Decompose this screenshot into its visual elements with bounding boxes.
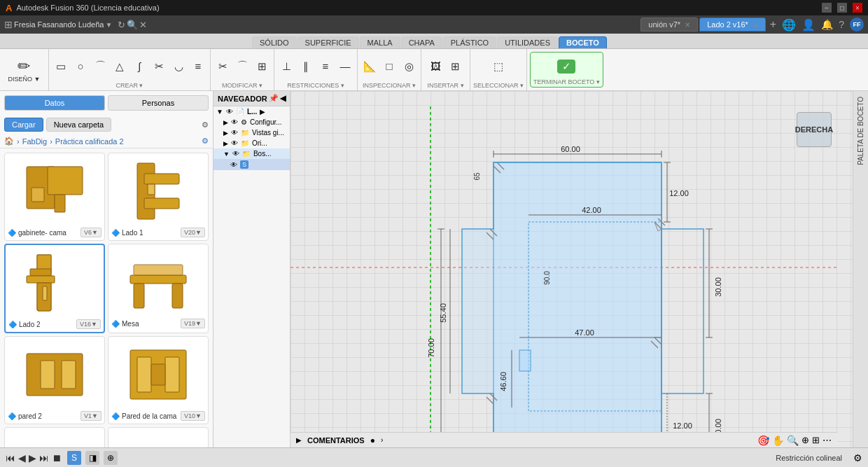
zoom-icon[interactable]: 🔍 <box>787 435 799 446</box>
crear-poly-btn[interactable]: △ <box>111 60 129 74</box>
thumb-version-lado1[interactable]: V20▼ <box>181 228 205 237</box>
thumb-version-pared2[interactable]: V1▼ <box>80 411 102 421</box>
view-cube[interactable]: DERECHA <box>797 112 832 147</box>
close-button[interactable]: × <box>853 3 862 13</box>
nav-configur[interactable]: ▶ 👁 ⚙ Configur... <box>214 117 290 127</box>
ins-image-btn[interactable]: 🖼 <box>427 60 445 73</box>
timeline-icon2[interactable]: ⊕ <box>104 451 118 465</box>
maximize-button[interactable]: □ <box>837 3 847 13</box>
help-icon[interactable]: ? <box>839 19 844 30</box>
tab-plastico[interactable]: PLÁSTICO <box>443 36 496 48</box>
notification-icon[interactable]: 🔔 <box>821 19 833 30</box>
play-start-btn[interactable]: ⏮ <box>6 452 15 463</box>
tab-boceto[interactable]: BOCETO <box>559 36 607 48</box>
crear-rect-btn[interactable]: ▭ <box>52 60 70 74</box>
nav-bos[interactable]: ▼ 👁 📁 Bos... <box>214 148 290 159</box>
play-play-btn[interactable]: ▶ <box>29 452 36 463</box>
play-prev-btn[interactable]: ◀ <box>18 452 26 463</box>
canvas-tab-lado2[interactable]: Lado 2 v16* ✕ <box>699 18 766 32</box>
thumb-pared2[interactable]: 🔷 pared 2 V1▼ <box>4 336 105 424</box>
ins-table-btn[interactable]: ⊞ <box>447 60 465 74</box>
globe-icon[interactable]: 🌐 <box>782 18 796 32</box>
navigator-collapse-icon[interactable]: ◀ <box>280 94 286 103</box>
tab-datos[interactable]: Datos <box>4 95 105 111</box>
comments-add-icon[interactable]: ● <box>370 435 375 445</box>
nav-root[interactable]: ▼ 👁 📄 L... ▶ <box>214 106 290 117</box>
nav-expand-ori[interactable]: ▶ <box>223 140 228 147</box>
mod-offset-btn[interactable]: ⊞ <box>253 60 271 74</box>
tab-malla[interactable]: MALLA <box>360 36 400 48</box>
nav-eye-bos[interactable]: 👁 <box>232 150 239 158</box>
breadcrumb-practica[interactable]: Práctica calificada 2 <box>55 137 124 146</box>
nav-expand-bos[interactable]: ▼ <box>223 151 230 158</box>
cargar-button[interactable]: Cargar <box>4 118 43 132</box>
mod-fillet-btn[interactable]: ⌒ <box>233 59 251 74</box>
user-avatar-icon[interactable]: 👤 <box>802 18 816 32</box>
crear-scissors-btn[interactable]: ✂ <box>150 60 168 74</box>
breadcrumb-fabdig[interactable]: FabDig <box>22 137 47 146</box>
timeline-icon1[interactable]: ◨ <box>85 451 99 465</box>
nav-vistas[interactable]: ▶ 👁 📁 Vistas gi... <box>214 127 290 138</box>
breadcrumb-settings[interactable]: ⚙ <box>202 137 209 146</box>
nav-eye-ori[interactable]: 👁 <box>231 139 238 147</box>
rest-equal-btn[interactable]: ≡ <box>316 60 335 73</box>
close-doc-icon[interactable]: ✕ <box>139 20 147 30</box>
mod-trim-btn[interactable]: ✂ <box>214 60 232 74</box>
canvas-tab-close-lado2[interactable]: ✕ <box>752 21 758 29</box>
breadcrumb-home[interactable]: 🏠 <box>4 137 14 146</box>
rest-par-btn[interactable]: ∥ <box>297 60 315 74</box>
view-grid-icon[interactable]: ⊞ <box>812 435 820 445</box>
minimize-button[interactable]: − <box>822 3 832 13</box>
play-next-btn[interactable]: ⏭ <box>39 452 49 463</box>
crear-circle-btn[interactable]: ○ <box>71 60 90 73</box>
orbit-icon[interactable]: 🎯 <box>757 435 769 446</box>
nav-root-play-icon[interactable]: ▶ <box>260 108 265 116</box>
thumb-lado2[interactable]: 🔷 Lado 2 V16▼ <box>4 244 105 333</box>
terminar-boceto-btn[interactable]: ✓ <box>557 60 575 74</box>
play-end-btn[interactable]: ⏹ <box>52 452 62 463</box>
nav-ori[interactable]: ▶ 👁 📁 Ori... <box>214 138 290 148</box>
crear-curve-btn[interactable]: ◡ <box>169 60 188 74</box>
thumb-pared-cama[interactable]: 🔷 Pared de la cama V10▼ <box>108 336 209 424</box>
tab-chapa[interactable]: CHAPA <box>401 36 442 48</box>
nav-eye-bos-sub[interactable]: 👁 <box>230 161 237 169</box>
nav-eye-icon[interactable]: 👁 <box>226 108 233 116</box>
user-dropdown-icon[interactable]: ▼ <box>105 21 112 29</box>
thumb-version-gabinete[interactable]: V6▼ <box>80 228 102 237</box>
thumb-lado1[interactable]: 🔷 Lado 1 V20▼ <box>108 153 209 241</box>
view-options-icon[interactable]: ⋯ <box>822 435 832 445</box>
add-tab-icon[interactable]: + <box>770 18 776 31</box>
comments-chevron-icon[interactable]: › <box>381 436 383 444</box>
canvas-tab-close-union[interactable]: ✕ <box>685 21 690 29</box>
thumb-mesa[interactable]: 🔷 Mesa V19▼ <box>108 244 209 333</box>
rest-perp-btn[interactable]: ⊥ <box>277 60 295 74</box>
refresh-icon[interactable]: ↻ <box>118 20 125 30</box>
crear-arc-btn[interactable]: ⌒ <box>91 59 109 74</box>
nav-eye-vistas[interactable]: 👁 <box>231 129 238 137</box>
search-icon[interactable]: 🔍 <box>127 20 138 30</box>
thumb-item7[interactable] <box>4 427 105 447</box>
timeline-sketch-icon[interactable]: S <box>67 451 81 465</box>
thumb-version-pared-cama[interactable]: V10▼ <box>181 411 205 421</box>
rest-fixed-btn[interactable]: — <box>336 60 354 73</box>
tab-personas[interactable]: Personas <box>108 95 209 111</box>
right-panel[interactable]: PALETA DE BOCETO <box>853 91 868 447</box>
zoom-fit-icon[interactable]: ⊕ <box>802 435 809 445</box>
canvas-area[interactable]: DERECHA <box>290 91 853 447</box>
user-label[interactable]: Fresia Fasanando Ludeña <box>14 20 104 29</box>
insp-measure-btn[interactable]: 📐 <box>360 60 379 74</box>
status-settings-icon[interactable]: ⚙ <box>853 452 862 463</box>
crear-spline-btn[interactable]: ∫ <box>130 60 148 73</box>
diseno-btn[interactable]: ✏ DISEÑO ▼ <box>6 57 43 83</box>
insp-target-btn[interactable]: ◎ <box>400 60 418 74</box>
pan-icon[interactable]: ✋ <box>772 435 784 446</box>
sel-box-btn[interactable]: ⬚ <box>489 60 507 74</box>
nueva-carpeta-button[interactable]: Nueva carpeta <box>46 118 112 132</box>
nav-eye-configur[interactable]: 👁 <box>231 118 238 126</box>
thumb-version-lado2[interactable]: V16▼ <box>76 319 101 329</box>
thumb-item8[interactable] <box>108 427 209 447</box>
thumb-version-mesa[interactable]: V19▼ <box>181 319 205 328</box>
nav-expand-root[interactable]: ▼ <box>216 108 223 116</box>
crear-lines-btn[interactable]: ≡ <box>189 60 207 73</box>
insp-sketch-btn[interactable]: □ <box>380 60 398 73</box>
